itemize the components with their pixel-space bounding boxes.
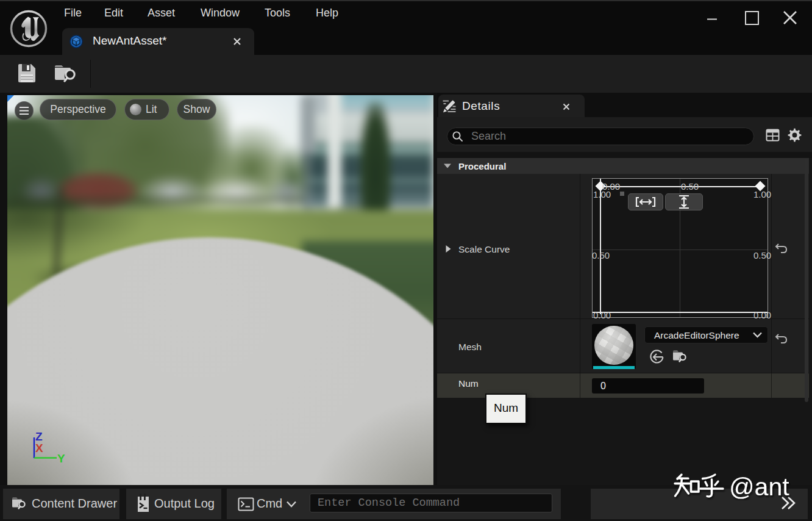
svg-text:Y: Y [57,452,65,465]
svg-text:@ant: @ant [729,473,789,500]
svg-text:Z: Z [35,430,43,443]
svg-text:X: X [35,442,43,455]
